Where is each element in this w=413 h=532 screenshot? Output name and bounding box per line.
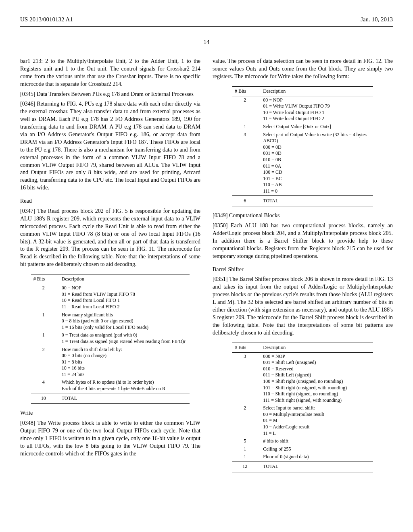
para-num: [0347] xyxy=(20,208,35,214)
table-row: 200 = NOP 01 = Read from VLIW Input FIFO… xyxy=(31,284,190,311)
para-text: The Write process block is able to write… xyxy=(20,420,200,457)
two-column-layout: bar1 213: 2 to the Multiply/Interpolate … xyxy=(20,58,393,478)
para-num: [0348] xyxy=(20,420,35,426)
barrel-shifter-microcode-table: # Bits Description 3000 = NOP 001 = Shif… xyxy=(232,343,373,472)
page-header: US 2013/0010132 A1 Jan. 10, 2013 xyxy=(20,16,393,23)
table-row: 10 = Treat data as unsigned (pad with 0)… xyxy=(31,331,190,345)
paragraph-continuation: bar1 213: 2 to the Multiply/Interpolate … xyxy=(20,58,200,88)
para-num: [0349] xyxy=(213,212,227,218)
paragraph-0345: [0345] Data Transfers Between PUs e.g 17… xyxy=(20,91,200,98)
table-row: 2Select Input to barrel shift: 00 = Mult… xyxy=(232,404,373,437)
header-divider xyxy=(20,26,393,27)
publication-date: Jan. 10, 2013 xyxy=(361,16,393,23)
read-heading: Read xyxy=(20,197,200,205)
para-text: Each ALU 188 has two computational proce… xyxy=(213,222,393,259)
table-row: 3Select part of Output Value to write (3… xyxy=(232,131,373,195)
table-row: 1Select Output Value [Out₁ or Out₂] xyxy=(232,123,373,131)
para-num: [0350] xyxy=(213,222,227,229)
table-row: 1Floor of 0 (signed data) xyxy=(232,453,373,461)
table-row: 2How much to shift data left by: 00 = 0 … xyxy=(31,346,190,379)
read-microcode-table: # Bits Description 200 = NOP 01 = Read f… xyxy=(31,274,190,404)
col-desc: Description xyxy=(261,343,373,352)
barrel-shifter-heading: Barrel Shifter xyxy=(213,266,393,274)
table-row: 1Ceiling of 255 xyxy=(232,445,373,453)
left-column: bar1 213: 2 to the Multiply/Interpolate … xyxy=(20,58,200,478)
table-total-row: 12TOTAL xyxy=(232,461,373,472)
paragraph-0346: [0346] Returning to FIG. 4, PUs e.g 178 … xyxy=(20,100,200,192)
right-column: value. The process of data selection can… xyxy=(213,58,393,478)
para-num: [0351] xyxy=(213,276,227,282)
paragraph-0347: [0347] The Read process block 202 of FIG… xyxy=(20,208,200,268)
para-text: The Barrel Shifter process block 206 is … xyxy=(213,276,393,335)
para-text: Computational Blocks xyxy=(227,212,280,218)
table-row: 1How many significant bits 0 = 8 bits (p… xyxy=(31,311,190,332)
table-row: 4Which bytes of R to update (hi to lo or… xyxy=(31,378,190,393)
col-bits: # Bits xyxy=(232,86,261,96)
table-total-row: 6TOTAL xyxy=(232,195,373,206)
para-text: The Read process block 202 of FIG. 5 is … xyxy=(20,208,200,267)
table-total-row: 10TOTAL xyxy=(31,393,190,404)
write-microcode-table: # Bits Description 200 = NOP 01 = Write … xyxy=(232,86,373,207)
para-text: Returning to FIG. 4, PUs e.g 178 share d… xyxy=(20,101,200,191)
para-text: Data Transfers Between PUs e.g 178 and D… xyxy=(35,91,194,97)
paragraph-0350: [0350] Each ALU 188 has two computationa… xyxy=(213,222,393,260)
col-bits: # Bits xyxy=(31,274,59,284)
paragraph-0349: [0349] Computational Blocks xyxy=(213,212,393,220)
page-number: 14 xyxy=(20,39,393,46)
para-num: [0345] xyxy=(20,91,35,97)
paragraph-continuation: value. The process of data selection can… xyxy=(213,58,393,81)
col-desc: Description xyxy=(261,86,373,96)
para-num: [0346] xyxy=(20,101,35,107)
table-row: 3000 = NOP 001 = Shift Left (unsigned) 0… xyxy=(232,352,373,404)
paragraph-0348: [0348] The Write process block is able t… xyxy=(20,420,200,457)
paragraph-0351: [0351] The Barrel Shifter process block … xyxy=(213,276,393,337)
table-row: 5# bits to shift xyxy=(232,437,373,445)
write-heading: Write xyxy=(20,409,200,417)
table-row: 200 = NOP 01 = Write VLIW Output FIFO 79… xyxy=(232,96,373,123)
col-desc: Description xyxy=(59,274,190,284)
col-bits: # Bits xyxy=(232,343,261,352)
publication-number: US 2013/0010132 A1 xyxy=(20,16,73,23)
